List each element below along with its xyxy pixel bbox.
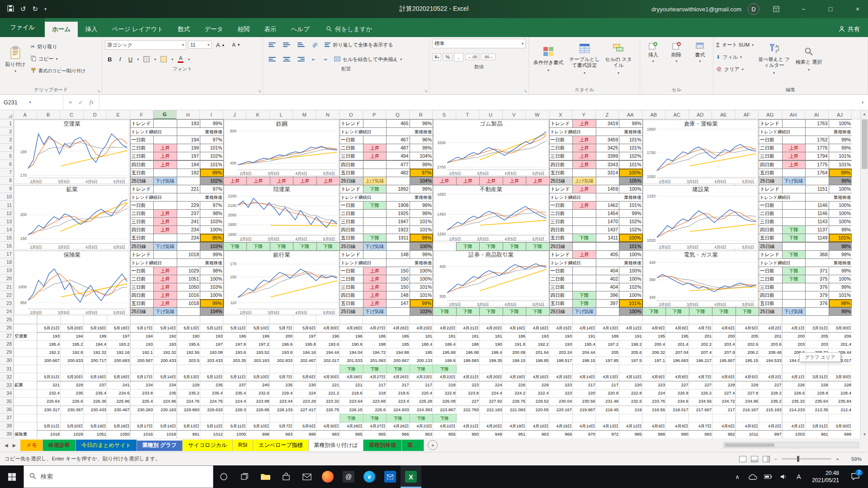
date-cell[interactable]: 5月11日 [223,422,247,431]
day-value[interactable]: 1462 [596,201,620,210]
value-cell[interactable]: 197.2 [246,340,270,349]
trend-tag[interactable]: 下降 [386,365,410,373]
value-cell[interactable]: 200.683 [107,357,131,365]
trend-tag[interactable]: 下降 [526,242,550,251]
value-cell[interactable]: 195 [410,348,434,357]
value-cell[interactable]: 219 [619,406,643,414]
value-cell[interactable]: 193 [200,332,224,341]
trend-tag[interactable]: 下降 [363,365,387,373]
value-cell[interactable]: 998 [246,430,270,438]
value-cell[interactable]: 191 [619,332,643,341]
day-trend-tag[interactable]: 下降 [572,234,596,242]
day-trend-tag[interactable] [153,169,177,177]
day-pct[interactable]: 102% [619,152,643,160]
trend-tag[interactable]: 上昇 [246,177,270,185]
industry-chart-倉庫・運輸業[interactable]: 1950175015502月5日3月5日4月5日5月5日倉庫・運輸業 [643,120,758,184]
column-header-AH[interactable]: AH [782,110,806,119]
value-cell[interactable]: 186 [363,332,387,341]
value-cell[interactable]: 985 [619,430,643,438]
day-label[interactable]: 四日前 [759,291,783,300]
trend-tag[interactable]: 下降 [456,307,480,316]
sector-price-pct[interactable]: 100% [829,119,852,128]
fill-button[interactable]: ⬇ フィル ▾ [716,52,754,62]
value-cell[interactable]: 199 [246,332,270,341]
day-pct[interactable]: 99% [410,160,434,169]
decrease-font-icon[interactable]: A▼ [230,41,243,49]
value-cell[interactable]: 222.8 [433,389,457,398]
row-header-37[interactable]: 37 [0,414,14,422]
cut-button[interactable]: ✂ 切り取り [31,42,85,52]
share-button[interactable]: 共有 [839,22,868,37]
day-trend-tag[interactable] [363,169,387,177]
ma25-status[interactable]: 下げ気味 [363,307,387,316]
trend-tag[interactable]: 下降 [479,242,503,251]
value-cell[interactable]: 999 [829,430,852,438]
trend-days-label[interactable]: トレンド継続日 [759,258,806,267]
sector-price-label[interactable]: 業種株価 [386,258,433,267]
column-header-L[interactable]: L [270,110,293,119]
ma25-value[interactable] [386,177,410,185]
day-value[interactable]: 376 [805,299,829,308]
ma25-pct[interactable]: 100% [619,307,643,316]
value-cell[interactable]: 206 [829,332,852,341]
column-header-I[interactable]: I [200,110,223,119]
ma25-status[interactable]: 下げ気味 [363,242,387,251]
day-pct[interactable]: 99% [410,144,434,152]
day-value[interactable]: 199 [177,144,201,152]
day-value[interactable]: 487 [386,144,410,152]
day-label[interactable]: 三日前 [130,283,154,291]
trend-days-label[interactable]: トレンド継続日 [340,127,387,136]
date-cell[interactable]: 4月28日 [340,373,363,381]
day-label[interactable]: 三日前 [340,217,363,226]
day-value[interactable]: 1762 [805,136,829,144]
value-cell[interactable]: 218 [363,389,387,398]
date-cell[interactable]: 5月6日 [293,422,317,431]
date-cell[interactable]: 4月7日 [689,324,713,333]
value-cell[interactable]: 203.5 [177,357,201,365]
value-cell[interactable]: 226.15 [340,406,363,414]
day-trend-tag[interactable]: 上昇 [153,160,177,169]
day-trend-tag[interactable]: 上昇 [572,201,596,210]
value-cell[interactable]: 982 [712,430,736,438]
avatar[interactable]: D [748,3,760,15]
font-size-select[interactable]: 11▾ [188,41,212,49]
sheet-tab-エンベロープ指標[interactable]: エンベロープ指標 [253,440,308,451]
day-pct[interactable]: 100% [619,169,643,177]
value-cell[interactable]: 195.4 [37,340,61,349]
sheet-nav-right-icon[interactable]: ▶ [13,443,16,448]
day-label[interactable]: 五日前 [130,234,154,242]
value-cell[interactable]: 235.64 [805,397,829,406]
row-header-19[interactable]: 19 [0,267,14,275]
name-box[interactable]: G231 ▾ [0,95,63,110]
start-button[interactable] [0,465,24,488]
ribbon-tab-データ[interactable]: データ [197,22,230,37]
redo-icon[interactable]: ↻ [33,5,38,13]
date-cell[interactable]: 5月18日 [107,324,131,333]
day-value[interactable]: 1137 [805,225,829,234]
value-cell[interactable]: 195 [642,332,666,341]
value-cell[interactable]: 1016 [130,430,154,438]
value-cell[interactable]: 201.533 [340,357,363,365]
value-cell[interactable]: 230.317 [37,406,61,414]
day-value[interactable]: 375 [805,275,829,283]
day-pct[interactable]: 95% [200,234,224,242]
scroll-down-icon[interactable]: ▼ [861,431,868,438]
value-cell[interactable]: 214.233 [782,406,806,414]
value-cell[interactable]: 206.32 [642,348,666,357]
sheet-tab-メモ[interactable]: メモ [20,440,43,451]
value-cell[interactable]: 220 [572,389,596,398]
day-pct[interactable]: 101% [200,144,224,152]
day-pct[interactable]: 102% [200,152,224,160]
day-trend-tag[interactable] [572,267,596,275]
value-cell[interactable]: 995 [293,430,317,438]
day-value[interactable]: 197 [177,152,201,160]
row-header-27[interactable]: 27 [0,332,14,340]
row-header-29[interactable]: 29 [0,348,14,357]
value-cell[interactable]: 217 [596,381,620,389]
date-cell[interactable]: 4月14日 [572,422,596,431]
day-value[interactable]: 237 [177,209,201,218]
trend-label[interactable]: トレンド [549,119,573,128]
value-cell[interactable]: 223.28 [293,397,317,406]
sheet-tab-RSI[interactable]: RSI [233,440,253,451]
sheet-tab-サイコロジカル[interactable]: サイコロジカル [183,440,233,451]
